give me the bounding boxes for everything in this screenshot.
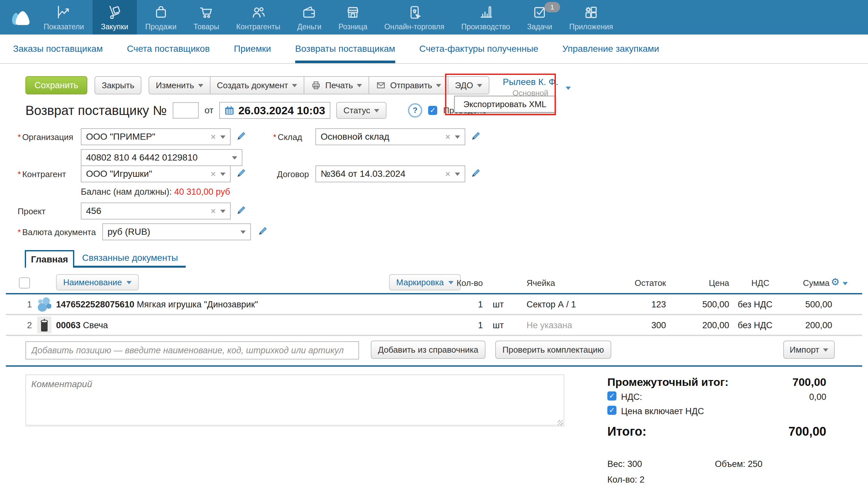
nav-label: Онлайн-торговля — [385, 22, 445, 31]
item-price[interactable]: 500,00 — [677, 300, 729, 310]
warehouse-select[interactable]: Основной склад× — [315, 128, 465, 145]
currency-label: *Валюта документа — [18, 227, 96, 237]
resize-handle[interactable] — [558, 420, 563, 425]
status-button[interactable]: Статус — [336, 102, 387, 119]
add-from-catalog-button[interactable]: Добавить из справочника — [371, 341, 485, 359]
edit-currency-icon[interactable] — [257, 225, 268, 236]
nav-item-goods[interactable]: Товары — [185, 0, 228, 35]
subnav-supplier-returns[interactable]: Возвраты поставщикам — [295, 35, 395, 63]
subnav-received-invoices[interactable]: Счета-фактуры полученные — [419, 35, 538, 63]
user-menu[interactable]: Рылеев К. Ф. Основной — [500, 77, 560, 98]
organization-select[interactable]: ООО "ПРИМЕР"× — [81, 128, 231, 145]
handtruck-icon — [106, 4, 123, 21]
print-button[interactable]: Печать — [304, 76, 369, 94]
contract-select[interactable]: №364 от 14.03.2024× — [315, 166, 465, 183]
subnav-supplier-invoices[interactable]: Счета поставщиков — [127, 35, 209, 63]
edit-warehouse-icon[interactable] — [471, 130, 481, 141]
document-number-input[interactable] — [173, 102, 199, 119]
page-title: Возврат поставщику № — [25, 103, 167, 118]
edo-button[interactable]: ЭДО — [448, 76, 489, 94]
nav-label: Закупки — [101, 22, 128, 31]
table-row[interactable]: 1 1476522528075610 Мягкая игрушка "Диноз… — [6, 294, 862, 315]
table-settings-gear-icon[interactable]: ⚙ — [831, 276, 840, 287]
subnav-purchase-management[interactable]: Управление закупками — [562, 35, 659, 63]
chevron-down-icon[interactable] — [843, 282, 848, 285]
nav-item-sales[interactable]: Продажи — [137, 0, 185, 35]
nav-item-money[interactable]: Деньги — [289, 0, 330, 35]
send-button[interactable]: Отправить — [369, 76, 448, 94]
toolbar: Сохранить Закрыть Изменить Создать докум… — [25, 76, 489, 94]
project-label: Проект — [18, 207, 46, 217]
edit-counterparty-icon[interactable] — [236, 167, 247, 178]
help-icon[interactable]: ? — [408, 103, 422, 117]
table-row[interactable]: 2 00063 Свеча 1 шт Не указана 300 200,00… — [6, 315, 862, 336]
select-all-checkbox[interactable] — [19, 277, 30, 288]
subnav-supplier-orders[interactable]: Заказы поставщикам — [13, 35, 103, 63]
top-nav: Показатели Закупки Продажи Товары Контра… — [0, 0, 868, 35]
menu-item-export-xml[interactable]: Экспортировать XML — [463, 99, 546, 109]
row-number: 2 — [20, 320, 32, 330]
item-cell[interactable]: Не указана — [526, 320, 572, 330]
clear-icon[interactable]: × — [211, 132, 216, 142]
clear-icon[interactable]: × — [446, 132, 450, 142]
subnav-receivings[interactable]: Приемки — [234, 35, 271, 63]
counterparty-label: *Контрагент — [18, 169, 66, 179]
add-position-row: Добавить из справочника Проверить компле… — [6, 336, 862, 367]
date-preposition: от — [205, 105, 214, 115]
item-vat[interactable]: без НДС — [738, 320, 772, 330]
close-button[interactable]: Закрыть — [95, 76, 141, 94]
cart-icon — [198, 4, 214, 21]
edit-button[interactable]: Изменить — [149, 76, 210, 94]
currency-select[interactable]: руб (RUB) — [102, 223, 251, 240]
nav-item-production[interactable]: Производство — [453, 0, 519, 35]
wallet-icon — [301, 4, 317, 21]
item-vat[interactable]: без НДС — [738, 300, 772, 310]
apps-icon — [583, 4, 599, 21]
clear-icon[interactable]: × — [211, 169, 216, 179]
nav-label: Товары — [193, 22, 219, 31]
counterparty-select[interactable]: ООО "Игрушки"× — [81, 166, 231, 183]
nav-item-tasks[interactable]: 1 Задачи — [519, 0, 561, 35]
create-document-button[interactable]: Создать документ — [210, 76, 305, 94]
nav-item-metrics[interactable]: Показатели — [35, 0, 92, 35]
tab-main[interactable]: Главная — [25, 250, 74, 268]
user-name[interactable]: Рылеев К. Ф. — [500, 77, 560, 87]
nav-item-online-trade[interactable]: Онлайн-торговля — [376, 0, 453, 35]
document-date-field[interactable]: 26.03.2024 10:03 — [219, 102, 330, 119]
clear-icon[interactable]: × — [211, 206, 216, 216]
clear-icon[interactable]: × — [446, 169, 450, 179]
weight-value: Вес: 300 — [607, 459, 642, 469]
nav-item-retail[interactable]: Розница — [330, 0, 376, 35]
approved-checkbox[interactable] — [428, 106, 437, 115]
item-price[interactable]: 200,00 — [677, 320, 729, 330]
tab-related-documents[interactable]: Связанные документы — [74, 250, 186, 268]
vat-value: 0,00 — [735, 392, 826, 402]
tab-bar: Главная Связанные документы — [25, 250, 186, 268]
price-includes-vat-checkbox[interactable] — [607, 406, 617, 415]
add-position-input[interactable] — [25, 341, 359, 360]
check-kit-button[interactable]: Проверить комплектацию — [495, 341, 611, 359]
organization-account-select[interactable]: 40802 810 4 6442 0129810 — [81, 149, 243, 166]
vat-checkbox[interactable] — [607, 391, 617, 401]
price-includes-vat-label: Цена включает НДС — [621, 406, 704, 416]
edit-organization-icon[interactable] — [236, 130, 247, 141]
nav-item-apps[interactable]: Приложения — [561, 0, 622, 35]
save-button[interactable]: Сохранить — [25, 76, 87, 94]
volume-value: Объем: 250 — [715, 459, 762, 469]
required-asterisk: * — [273, 132, 276, 142]
moysklad-logo-icon[interactable] — [9, 8, 31, 27]
item-cell[interactable]: Сектор А / 1 — [526, 300, 576, 310]
edo-wrap: ЭДО Экспортировать XML — [448, 76, 489, 94]
nav-label: Показатели — [44, 22, 84, 31]
nav-item-purchases[interactable]: Закупки — [92, 0, 137, 35]
name-column-button[interactable]: Наименование — [56, 274, 139, 291]
candle-thumbnail — [37, 317, 51, 334]
edit-contract-icon[interactable] — [471, 167, 481, 178]
nav-item-counterparties[interactable]: Контрагенты — [228, 0, 289, 35]
comment-textarea[interactable] — [25, 374, 564, 427]
import-button[interactable]: Импорт — [783, 341, 835, 359]
project-select[interactable]: 456× — [81, 202, 231, 219]
edit-project-icon[interactable] — [236, 205, 247, 216]
item-qty[interactable]: 1 — [424, 320, 483, 330]
item-qty[interactable]: 1 — [424, 300, 483, 310]
